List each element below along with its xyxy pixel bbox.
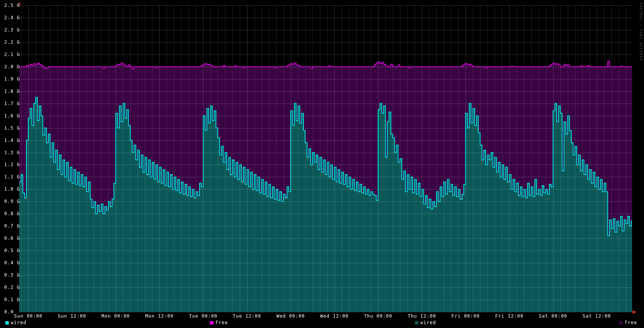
y-axis-label: 0.9 G xyxy=(4,199,20,204)
y-axis-label: 0.7 G xyxy=(4,223,20,229)
y-axis-label: 1.7 G xyxy=(4,101,20,106)
y-axis-label: 0.2 G xyxy=(4,285,20,290)
legend-label: wired xyxy=(420,320,436,326)
legend-label: free xyxy=(215,320,228,326)
x-axis-label: Thu 12:00 xyxy=(405,313,439,319)
y-axis-label: 1.8 G xyxy=(4,89,20,94)
x-axis-label: Mon 12:00 xyxy=(142,313,177,319)
x-axis-label: Fri 00:00 xyxy=(448,313,483,319)
y-axis-label: 1.6 G xyxy=(4,113,20,119)
x-axis-label: Thu 00:00 xyxy=(361,313,395,319)
rrdtool-watermark: RRDTOOL / TOBI OETIKER xyxy=(639,3,643,61)
x-axis-label: Wed 00:00 xyxy=(274,313,308,319)
x-axis-label: Sun 12:00 xyxy=(55,313,89,319)
y-axis-label: 1.3 G xyxy=(4,150,20,155)
y-axis-label: 2.5 G xyxy=(4,3,20,8)
legend-label: wired xyxy=(11,320,26,326)
y-axis-label: 0.5 G xyxy=(4,248,20,253)
y-axis-label: 0.3 G xyxy=(4,272,20,278)
legend-swatch xyxy=(5,321,9,325)
rrdtool-memory-graph: 2.5 G2.4 G2.3 G2.2 G2.1 G2.0 G1.9 G1.8 G… xyxy=(0,0,644,328)
y-axis-label: 1.9 G xyxy=(4,76,20,82)
y-axis-label: 0.8 G xyxy=(4,211,20,216)
y-axis-label: 2.4 G xyxy=(4,15,20,20)
legend-swatch xyxy=(415,321,418,325)
memory-graph-canvas xyxy=(0,0,644,328)
legend-swatch xyxy=(210,321,213,325)
y-axis-label: 0.4 G xyxy=(4,260,20,265)
y-axis-label: 2.2 G xyxy=(4,40,20,45)
x-axis-label: Sat 00:00 xyxy=(536,313,570,319)
y-axis-label: 0.1 G xyxy=(4,297,20,302)
x-axis-label: Sat 12:00 xyxy=(580,313,614,319)
y-axis-label: 2.0 G xyxy=(4,64,20,69)
x-axis-label: Fri 12:00 xyxy=(492,313,526,319)
legend-label: free xyxy=(624,320,637,326)
y-axis-label: 2.1 G xyxy=(4,52,20,57)
x-axis-label: Sun 00:00 xyxy=(11,313,46,319)
y-axis-label: 1.1 G xyxy=(4,174,20,180)
y-axis-label: 1.4 G xyxy=(4,138,20,143)
y-axis-label: 2.3 G xyxy=(4,27,20,33)
y-axis-label: 1.5 G xyxy=(4,125,20,131)
x-axis-label: Wed 12:00 xyxy=(317,313,352,319)
x-axis-label: Mon 00:00 xyxy=(98,313,133,319)
y-axis-label: 0.6 G xyxy=(4,236,20,241)
x-axis-label: Tue 00:00 xyxy=(186,313,220,319)
legend-swatch xyxy=(619,321,623,325)
y-axis-label: 1.2 G xyxy=(4,162,20,167)
y-axis-label: 1.0 G xyxy=(4,186,20,192)
x-axis-label: Tue 12:00 xyxy=(230,313,264,319)
